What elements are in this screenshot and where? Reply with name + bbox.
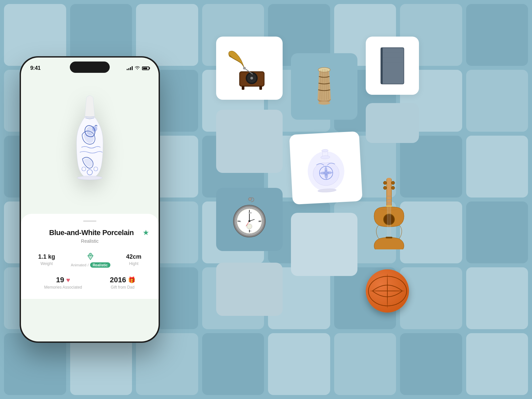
svg-point-10	[243, 67, 246, 69]
vase2-image	[298, 140, 354, 196]
svg-point-8	[250, 77, 253, 79]
svg-point-49	[248, 220, 250, 222]
svg-text:VI: VI	[249, 230, 251, 232]
svg-rect-25	[381, 48, 383, 84]
mode-separator: /	[88, 263, 89, 267]
phone-frame: 9:41	[20, 57, 160, 342]
notebook-image	[377, 46, 407, 86]
svg-rect-53	[387, 178, 391, 208]
height-value: 42cm	[126, 253, 141, 260]
vase-image	[53, 87, 126, 207]
svg-rect-68	[386, 237, 392, 238]
favorite-star-icon[interactable]: ★	[143, 228, 149, 237]
gift-icon: 🎁	[128, 276, 135, 284]
svg-rect-11	[242, 86, 244, 90]
drum-image	[304, 60, 344, 113]
empty-card-1	[216, 110, 283, 173]
watch-card[interactable]: XII VI IX III	[216, 188, 283, 251]
ukulele-image	[366, 176, 412, 249]
year-value: 2016	[110, 276, 126, 284]
svg-point-62	[384, 214, 394, 224]
svg-point-3	[77, 176, 102, 180]
vase-display-area	[21, 74, 159, 214]
memories-stat: 19 ♥ Memories Associated	[44, 276, 82, 290]
svg-point-19	[318, 101, 330, 105]
empty-card-3	[291, 213, 357, 276]
items-grid: XII VI IX III	[193, 0, 532, 399]
signal-icon	[127, 66, 133, 70]
svg-text:III: III	[258, 220, 261, 223]
ukulele-card[interactable]	[366, 176, 419, 253]
wifi-icon	[135, 66, 140, 71]
item-title: Blue-and-White Porcelain	[49, 228, 134, 237]
year-stat: 2016 🎁 Gift from Dad	[110, 276, 135, 290]
battery-icon	[142, 66, 149, 70]
item-title-row: Blue-and-White Porcelain ★	[30, 228, 149, 237]
svg-text:XII: XII	[248, 211, 252, 214]
watch-image: XII VI IX III	[228, 195, 271, 244]
height-stat: 42cm Hight	[126, 253, 141, 266]
height-label: Hight	[129, 261, 138, 266]
svg-rect-21	[381, 48, 403, 83]
dynamic-island	[70, 62, 110, 73]
gramophone-image	[224, 45, 274, 91]
svg-point-57	[391, 186, 395, 190]
memories-count: 19	[56, 276, 64, 284]
weight-label: Weight	[41, 261, 53, 266]
drag-handle	[83, 220, 96, 222]
notebook-card[interactable]	[366, 37, 419, 95]
year-label: Gift from Dad	[110, 285, 135, 290]
empty-card-4	[216, 263, 283, 316]
gramophone-card[interactable]	[216, 37, 283, 100]
info-panel: Blue-and-White Porcelain ★ Realistic 1.1…	[21, 214, 159, 299]
weight-value: 1.1 kg	[38, 253, 55, 260]
realistic-button[interactable]: Realistic	[90, 262, 110, 268]
svg-point-50	[247, 224, 252, 229]
status-icons	[127, 66, 149, 71]
stats-row: 1.1 kg Weight A	[30, 252, 149, 268]
item-subtitle: Realistic	[30, 238, 149, 244]
svg-point-33	[248, 198, 252, 201]
vase2-card[interactable]	[289, 131, 363, 205]
memories-label: Memories Associated	[44, 285, 82, 290]
animated-label: Animated	[71, 263, 86, 267]
basketball-card[interactable]	[366, 269, 422, 326]
svg-text:IX: IX	[239, 220, 241, 223]
main-content: 9:41	[0, 0, 532, 399]
svg-point-55	[391, 181, 395, 185]
phone-mockup: 9:41	[20, 57, 160, 342]
empty-card-2	[366, 103, 419, 143]
mode-stat: Animated / Realistic	[71, 252, 110, 268]
weight-stat: 1.1 kg Weight	[38, 253, 55, 266]
year-number-row: 2016 🎁	[110, 276, 135, 284]
svg-rect-69	[386, 205, 392, 207]
status-time: 9:41	[30, 65, 41, 71]
memories-row: 19 ♥ Memories Associated 2016 🎁 Gift fro…	[30, 276, 149, 290]
diamond-icon	[86, 252, 95, 261]
svg-rect-12	[259, 86, 262, 90]
heart-icon: ♥	[66, 276, 70, 284]
svg-point-54	[383, 181, 387, 185]
memories-number-row: 19 ♥	[44, 276, 82, 284]
phone-screen: 9:41	[21, 58, 159, 341]
drum-card[interactable]	[291, 53, 357, 120]
basketball-image	[366, 269, 409, 313]
svg-point-56	[383, 186, 387, 190]
